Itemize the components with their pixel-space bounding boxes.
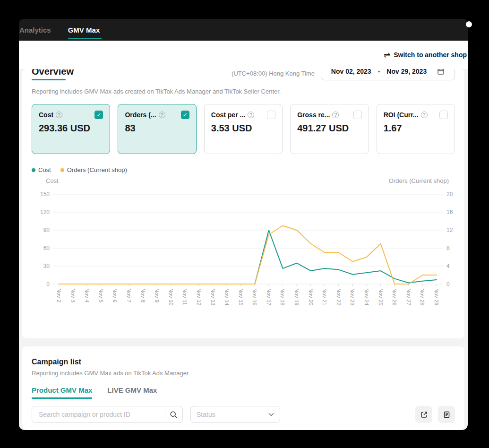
x-axis-label: Nov 21 [322,288,327,305]
metric-checkbox[interactable] [439,111,448,119]
x-axis-label: Nov 2 [56,288,62,302]
campaign-list-subtitle: Reporting includes GMV Max ads on TikTok… [32,370,455,377]
metric-label: Cost [39,111,53,119]
x-axis-label: Nov 14 [224,288,230,306]
search-icon[interactable] [170,411,178,419]
metric-card-orders[interactable]: Orders (... 83 [118,104,196,154]
x-axis-label: Nov 24 [364,288,369,306]
date-end: Nov 29, 2023 [386,69,427,75]
metric-checkbox[interactable] [94,111,103,119]
x-axis-label: Nov 8 [140,288,146,302]
export-icon [420,411,428,419]
shop-header: ⇌ Switch to another shop [19,41,468,69]
series-orders-current-shop- [59,226,437,284]
calendar-icon [437,69,445,75]
campaign-list-title: Campaign list [32,358,455,366]
help-icon[interactable] [159,112,165,118]
metric-card-gross-revenue[interactable]: Gross re... 491.27 USD [290,104,369,154]
chevron-down-icon [268,413,274,416]
x-axis-label: Nov 12 [196,288,202,305]
filter-row: Status [32,406,455,423]
date-separator: - [378,69,380,75]
x-axis-label: Nov 11 [182,288,188,305]
search-input[interactable] [38,410,163,419]
content-area: Overview (UTC+08:00) Hong Kong Time Nov … [19,69,468,430]
left-axis-tick: 30 [43,263,50,269]
right-axis-tick: 12 [446,227,453,233]
metric-value: 83 [125,123,189,134]
metric-checkbox[interactable] [267,111,275,119]
x-axis-label: Nov 13 [210,288,216,305]
x-axis-label: Nov 6 [112,288,118,302]
x-axis-label: Nov 22 [336,288,342,305]
timezone-label: (UTC+08:00) Hong Kong Time [232,70,315,77]
metric-label: Orders (... [125,111,156,119]
right-axis-tick: 0 [446,281,450,287]
legend-label: Cost [38,166,51,173]
metric-card-roi[interactable]: ROI (Curr... 1.67 [377,104,455,154]
left-axis-tick: 120 [40,209,50,215]
search-divider [165,411,165,418]
left-axis-tick: 0 [46,281,50,287]
x-axis-label: Nov 17 [266,288,272,305]
x-axis-label: Nov 5 [98,288,104,302]
metric-value: 3.53 USD [211,123,275,134]
help-icon[interactable] [421,112,428,118]
left-axis-tick: 60 [43,245,50,251]
tab-gmv-max[interactable]: GMV Max [68,26,107,34]
report-button[interactable] [438,406,455,423]
metric-value: 1.67 [384,123,448,134]
x-axis-label: Nov 29 [434,288,439,305]
x-axis-label: Nov 7 [126,288,132,302]
metric-label: ROI (Curr... [384,111,419,119]
help-icon[interactable] [332,112,339,118]
chart-legend: Cost Orders (Current shop) [32,166,455,173]
date-range-picker[interactable]: Nov 02, 2023 - Nov 29, 2023 [321,69,455,80]
metric-value: 491.27 USD [297,123,361,134]
report-icon [443,411,451,419]
status-select[interactable]: Status [190,406,280,423]
x-axis-label: Nov 4 [84,288,90,303]
overview-title: Overview [32,69,74,77]
x-axis-label: Nov 23 [350,288,355,305]
tab-live-gmv-max[interactable]: LIVE GMV Max [107,386,157,399]
campaign-list-card: Campaign list Reporting includes GMV Max… [22,346,464,430]
tab-analytics-label: Analytics [19,26,51,34]
legend-item-orders[interactable]: Orders (Current shop) [60,166,127,173]
export-button[interactable] [415,406,432,423]
tab-product-gmv-max[interactable]: Product GMV Max [32,386,92,399]
campaign-search [32,406,183,423]
x-axis-label: Nov 28 [420,288,425,305]
line-chart[interactable]: 0306090120150048121620Nov 2Nov 3Nov 4Nov… [32,185,455,308]
metric-value: 293.36 USD [39,123,103,134]
overview-title-underline [32,79,66,80]
overview-subtitle: Reporting includes GMV Max ads created o… [32,88,455,95]
metric-label: Gross re... [297,111,330,119]
metric-label: Cost per ... [211,111,245,119]
legend-dot-orders [60,168,64,172]
help-icon[interactable] [56,112,62,118]
campaign-list-tabs: Product GMV Max LIVE GMV Max [32,386,455,399]
metric-card-cost-per[interactable]: Cost per ... 3.53 USD [204,104,283,154]
metric-checkbox[interactable] [181,111,189,119]
main-panel: ⇌ Switch to another shop Overview (UTC+0… [19,41,468,430]
x-axis-label: Nov 26 [392,288,397,305]
switch-shop-label: Switch to another shop [394,51,467,59]
switch-shop-button[interactable]: ⇌ Switch to another shop [384,51,467,59]
overview-header-row: Overview (UTC+08:00) Hong Kong Time Nov … [32,69,455,80]
x-axis-label: Nov 16 [252,288,257,305]
x-axis-label: Nov 9 [154,288,160,302]
tab-gmv-max-label: GMV Max [68,26,100,34]
tab-analytics[interactable]: Analytics [19,26,58,34]
metric-checkbox[interactable] [353,111,362,119]
overview-title-block: Overview [32,69,74,80]
legend-item-cost[interactable]: Cost [32,166,51,173]
left-axis-title: Cost [46,177,59,184]
axis-titles-row: Cost Orders (Current shop) [32,177,455,184]
legend-label: Orders (Current shop) [67,166,127,173]
right-axis-tick: 4 [446,263,450,269]
metric-card-cost[interactable]: Cost 293.36 USD [32,104,110,154]
app-window: Analytics GMV Max ⇌ Switch to another sh… [19,19,468,430]
help-icon[interactable] [248,112,254,118]
avatar-partial[interactable] [466,21,472,27]
